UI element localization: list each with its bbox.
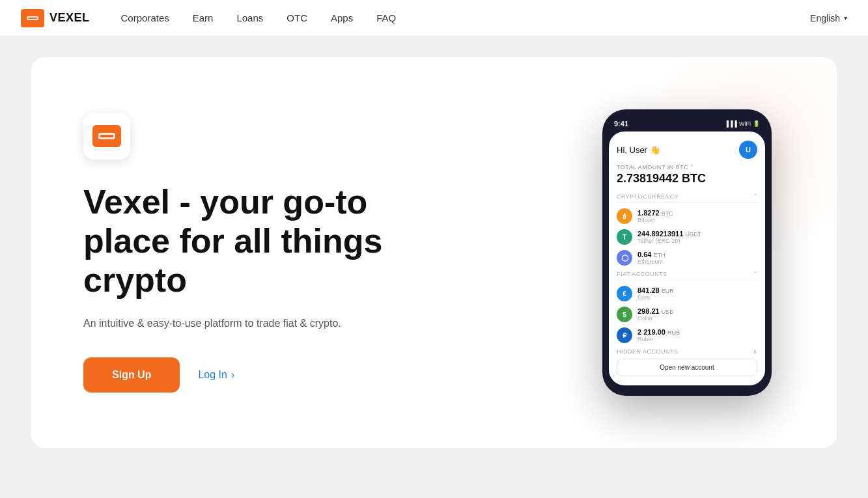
navbar: VEXEL Corporates Earn Loans OTC Apps FAQ… (0, 0, 868, 36)
phone-fiat-section-header: FIAT ACCOUNTS ˅ (617, 271, 757, 281)
hidden-section-chevron: ∧ (753, 348, 758, 355)
fiat-amount-usd: 298.21 USD (637, 307, 757, 315)
coin-icon-eur: € (617, 286, 632, 301)
phone-app-header: Hi, User 👋 U (617, 141, 757, 159)
logo-text: VEXEL (49, 11, 90, 25)
phone-crypto-section-header: CRYPTOCURRENCY ˅ (617, 193, 757, 203)
phone-avatar: U (739, 141, 757, 159)
crypto-item-eth: ⬡ 0.64 ETH Ethereum (617, 250, 757, 266)
crypto-info-btc: 1.8272 BTC Bitcoin (637, 209, 757, 223)
chevron-down-icon: ▾ (844, 14, 847, 21)
signup-button[interactable]: Sign Up (83, 357, 180, 393)
phone-screen: Hi, User 👋 U Total amount in BTC ˅ 2.738… (609, 131, 765, 385)
fiat-section-chevron: ˅ (754, 271, 758, 277)
fiat-info-usd: 298.21 USD Dollar (637, 307, 757, 322)
fiat-amount-eur: 841.28 EUR (637, 286, 757, 294)
phone-total-label: Total amount in BTC ˅ (617, 164, 757, 171)
login-label: Log In (198, 369, 227, 381)
arrow-right-icon: › (231, 369, 234, 381)
open-account-button[interactable]: Open new account (617, 359, 757, 376)
phone-hidden-section-header: HIDDEN ACCOUNTS ∧ (617, 348, 757, 355)
phone-status-icons: ▐▐▐ WiFi 🔋 (725, 120, 760, 127)
logo-icon (21, 9, 44, 27)
nav-link-faq[interactable]: FAQ (376, 12, 396, 23)
svg-rect-1 (28, 18, 37, 19)
nav-link-otc[interactable]: OTC (287, 12, 307, 23)
crypto-section-label: CRYPTOCURRENCY (617, 193, 679, 200)
coin-icon-btc: ₿ (617, 208, 632, 224)
hidden-section-label: HIDDEN ACCOUNTS (617, 348, 679, 355)
language-label: English (810, 13, 840, 23)
hero-title: Vexel - your go-to place for all things … (83, 183, 448, 299)
hero-actions: Sign Up Log In › (83, 357, 448, 393)
crypto-item-usdt: T 244.89213911 USDT Tether (ERC-20) (617, 229, 757, 245)
battery-icon: 🔋 (753, 120, 760, 127)
logo[interactable]: VEXEL (21, 9, 90, 27)
phone-total-amount: 2.73819442 BTC (617, 172, 757, 186)
fiat-item-eur: € 841.28 EUR Euro (617, 286, 757, 301)
fiat-info-eur: 841.28 EUR Euro (637, 286, 757, 301)
fiat-name-eur: Euro (637, 294, 757, 301)
svg-rect-3 (100, 135, 113, 137)
crypto-section-chevron: ˅ (754, 193, 758, 200)
main-content: Vexel - your go-to place for all things … (0, 36, 868, 469)
fiat-info-rub: 2 219.00 RUB Ruble (637, 328, 757, 342)
fiat-name-rub: Ruble (637, 336, 757, 342)
language-selector[interactable]: English ▾ (810, 13, 847, 23)
wifi-icon: WiFi (739, 120, 751, 127)
fiat-amount-rub: 2 219.00 RUB (637, 328, 757, 336)
fiat-item-usd: $ 298.21 USD Dollar (617, 307, 757, 322)
nav-link-apps[interactable]: Apps (331, 12, 353, 23)
coin-icon-rub: ₽ (617, 327, 632, 343)
crypto-name-usdt: Tether (ERC-20) (637, 238, 757, 244)
coin-icon-eth: ⬡ (617, 250, 632, 266)
crypto-name-eth: Ethereum (637, 258, 757, 265)
phone-greeting: Hi, User 👋 (617, 145, 660, 155)
coin-icon-usdt: T (617, 229, 632, 245)
crypto-amount-btc: 1.8272 BTC (637, 209, 757, 217)
brand-icon-inner (92, 125, 121, 147)
fiat-item-rub: ₽ 2 219.00 RUB Ruble (617, 327, 757, 343)
hero-subtitle: An intuitive & easy-to-use platform to t… (83, 316, 448, 331)
crypto-amount-eth: 0.64 ETH (637, 251, 757, 258)
phone-time: 9:41 (614, 120, 628, 128)
fiat-section-label: FIAT ACCOUNTS (617, 271, 667, 277)
crypto-amount-usdt: 244.89213911 USDT (637, 230, 757, 238)
crypto-info-usdt: 244.89213911 USDT Tether (ERC-20) (637, 230, 757, 244)
crypto-item-btc: ₿ 1.8272 BTC Bitcoin (617, 208, 757, 224)
phone-notch-bar: 9:41 ▐▐▐ WiFi 🔋 (609, 120, 765, 131)
phone-mockup: 9:41 ▐▐▐ WiFi 🔋 Hi, User 👋 U Total amoun… (602, 109, 772, 396)
fiat-name-usd: Dollar (637, 315, 757, 322)
nav-link-earn[interactable]: Earn (193, 12, 214, 23)
hero-card: Vexel - your go-to place for all things … (31, 57, 837, 448)
login-button[interactable]: Log In › (198, 369, 234, 381)
nav-link-loans[interactable]: Loans (236, 12, 263, 23)
crypto-info-eth: 0.64 ETH Ethereum (637, 251, 757, 265)
hero-left: Vexel - your go-to place for all things … (83, 113, 448, 392)
signal-icon: ▐▐▐ (725, 120, 737, 127)
crypto-name-btc: Bitcoin (637, 217, 757, 223)
nav-links: Corporates Earn Loans OTC Apps FAQ (121, 12, 811, 23)
brand-icon-box (83, 113, 130, 159)
coin-icon-usd: $ (617, 307, 632, 322)
nav-link-corporates[interactable]: Corporates (121, 12, 169, 23)
